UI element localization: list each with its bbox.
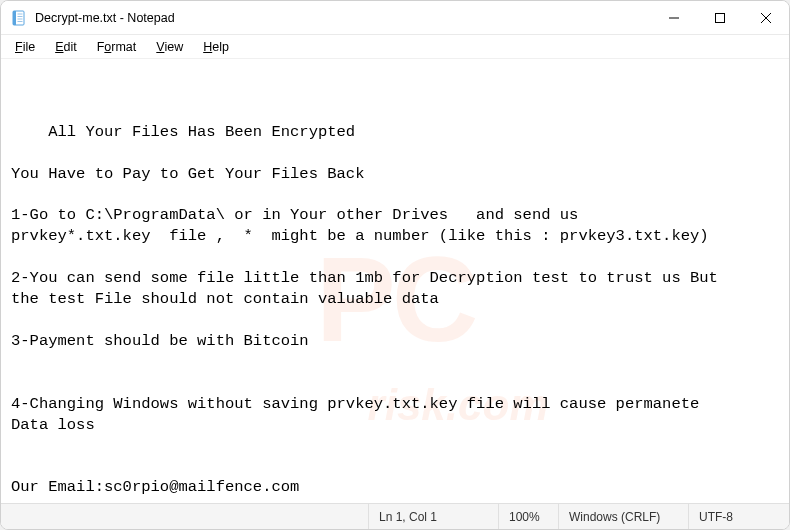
menubar: File Edit Format View Help xyxy=(1,35,789,59)
status-position: Ln 1, Col 1 xyxy=(369,504,499,529)
notepad-icon xyxy=(11,10,27,26)
status-encoding: UTF-8 xyxy=(689,504,789,529)
maximize-icon xyxy=(715,13,725,23)
maximize-button[interactable] xyxy=(697,1,743,34)
notepad-window: Decrypt-me.txt - Notepad File Edit Forma… xyxy=(0,0,790,530)
status-line-ending: Windows (CRLF) xyxy=(559,504,689,529)
window-title: Decrypt-me.txt - Notepad xyxy=(35,11,175,25)
statusbar: Ln 1, Col 1 100% Windows (CRLF) UTF-8 xyxy=(1,503,789,529)
minimize-button[interactable] xyxy=(651,1,697,34)
menu-file[interactable]: File xyxy=(5,38,45,56)
menu-view[interactable]: View xyxy=(146,38,193,56)
close-icon xyxy=(761,13,771,23)
status-zoom: 100% xyxy=(499,504,559,529)
document-text: All Your Files Has Been Encrypted You Ha… xyxy=(11,123,718,503)
titlebar: Decrypt-me.txt - Notepad xyxy=(1,1,789,35)
text-editor[interactable]: PC risk.com All Your Files Has Been Encr… xyxy=(1,59,789,503)
menu-edit[interactable]: Edit xyxy=(45,38,87,56)
menu-help[interactable]: Help xyxy=(193,38,239,56)
close-button[interactable] xyxy=(743,1,789,34)
svg-rect-7 xyxy=(716,13,725,22)
svg-rect-1 xyxy=(13,11,16,25)
window-controls xyxy=(651,1,789,34)
menu-format[interactable]: Format xyxy=(87,38,147,56)
titlebar-left: Decrypt-me.txt - Notepad xyxy=(1,10,651,26)
minimize-icon xyxy=(669,13,679,23)
status-spacer xyxy=(1,504,369,529)
